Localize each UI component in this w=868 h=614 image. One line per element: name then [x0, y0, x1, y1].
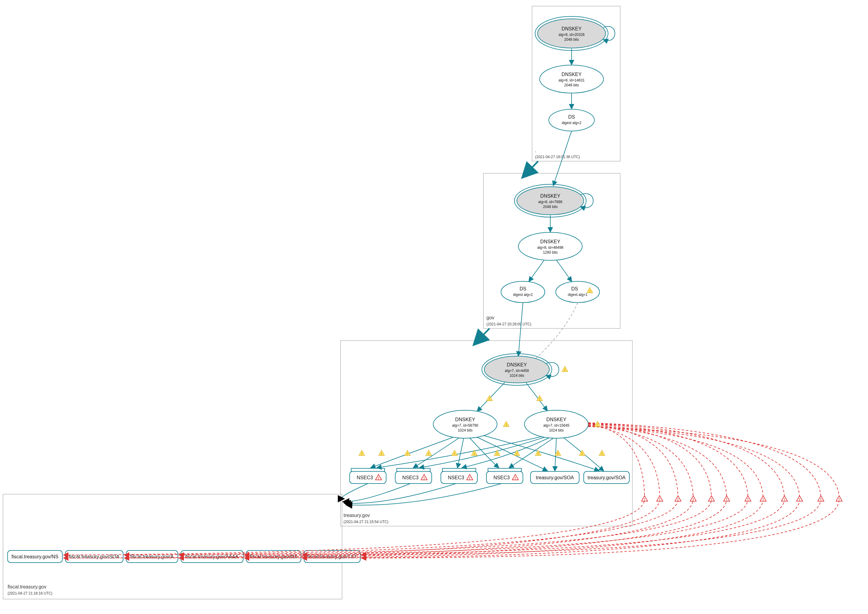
svg-rect-49	[488, 468, 521, 471]
fiscal-soa[interactable]: fiscal.treasury.gov/SOA	[65, 550, 123, 563]
dnssec-graph: . (2021-04-27 18:01:36 UTC) gov (2021-04…	[0, 0, 868, 614]
svg-text:!: !	[454, 452, 455, 456]
svg-text:!: !	[659, 498, 660, 502]
zone-treasury-label: treasury.gov	[344, 513, 370, 518]
svg-text:alg=7, id=4458: alg=7, id=4458	[505, 369, 529, 373]
svg-text:!: !	[515, 476, 516, 481]
svg-text:treasury.gov/SOA: treasury.gov/SOA	[536, 475, 574, 480]
gov-ds1[interactable]: DS digest alg=2	[501, 281, 545, 302]
svg-text:treasury.gov/SOA: treasury.gov/SOA	[587, 475, 625, 480]
svg-text:alg=7, id=58790: alg=7, id=58790	[452, 423, 478, 428]
svg-text:!: !	[539, 397, 540, 402]
svg-text:!: !	[407, 452, 408, 456]
nsec3-3[interactable]: NSEC3	[441, 468, 477, 484]
svg-text:digest alg=2: digest alg=2	[561, 121, 581, 125]
svg-text:digest alg=1: digest alg=1	[567, 293, 587, 297]
svg-text:!: !	[644, 498, 645, 502]
svg-text:1280 bits: 1280 bits	[543, 250, 558, 254]
warn-icon: !	[535, 450, 541, 456]
svg-text:NSEC3: NSEC3	[402, 475, 418, 480]
soa-2[interactable]: treasury.gov/SOA	[584, 471, 629, 484]
warn-icon: !	[451, 450, 457, 456]
warn-icon: !	[594, 421, 600, 427]
error-icon: !	[818, 496, 824, 502]
svg-text:!: !	[601, 452, 603, 456]
error-icon: !	[708, 496, 715, 502]
svg-text:1024 bits: 1024 bits	[510, 374, 524, 378]
svg-text:!: !	[469, 476, 470, 481]
svg-text:!: !	[747, 498, 749, 502]
svg-text:!: !	[474, 452, 475, 456]
svg-text:!: !	[564, 368, 566, 372]
svg-text:!: !	[505, 423, 507, 427]
error-icon: !	[642, 496, 648, 502]
svg-text:alg=8, id=20326: alg=8, id=20326	[558, 33, 584, 37]
svg-text:!: !	[378, 476, 379, 481]
svg-text:NSEC3: NSEC3	[493, 475, 510, 480]
svg-text:!: !	[677, 498, 679, 502]
zone-gov-ts: (2021-04-27 20:28:09 UTC)	[487, 322, 531, 326]
gov-ksk[interactable]: DNSKEY alg=8, id=7698 2048 bits	[515, 184, 586, 217]
warn-icon: !	[514, 450, 520, 456]
gov-zsk[interactable]: DNSKEY alg=8, id=48498 1280 bits	[518, 233, 582, 260]
fiscal-ns[interactable]: fiscal.treasury.gov/NS	[8, 550, 62, 563]
soa-1[interactable]: treasury.gov/SOA	[530, 471, 579, 484]
fiscal-a[interactable]: fiscal.treasury.gov/A	[126, 550, 178, 563]
error-icon: !	[724, 496, 730, 502]
svg-rect-43	[397, 468, 430, 471]
svg-text:!: !	[597, 423, 598, 427]
error-icon: !	[745, 496, 751, 502]
warn-icon: !	[359, 450, 365, 456]
svg-text:NSEC3: NSEC3	[448, 475, 464, 480]
fiscal-aaaa[interactable]: fiscal.treasury.gov/AAAA	[181, 550, 243, 563]
svg-text:!: !	[711, 498, 712, 502]
zone-fiscal	[3, 494, 342, 599]
nsec3-4[interactable]: NSEC3	[487, 468, 523, 484]
svg-text:2048 bits: 2048 bits	[543, 205, 558, 209]
svg-rect-40	[351, 468, 384, 471]
nsec3-2[interactable]: NSEC3	[395, 468, 432, 484]
svg-text:!: !	[763, 498, 764, 502]
zone-fiscal-label: fiscal.treasury.gov	[8, 584, 46, 589]
error-icon: !	[657, 496, 663, 502]
svg-text:DS: DS	[519, 286, 526, 291]
warn-icon: !	[378, 450, 384, 456]
warn-icon: !	[494, 450, 500, 456]
gov-ds2[interactable]: DS digest alg=1	[556, 281, 600, 302]
svg-text:!: !	[516, 452, 518, 456]
error-icon: !	[675, 496, 681, 502]
zone-fiscal-ts: (2021-04-27 21:18:16 UTC)	[8, 591, 52, 595]
nsec3-1[interactable]: NSEC3	[350, 468, 386, 484]
svg-text:digest alg=2: digest alg=2	[513, 293, 533, 297]
svg-text:!: !	[820, 498, 822, 502]
svg-text:!: !	[581, 452, 583, 456]
svg-text:!: !	[557, 452, 558, 456]
root-ds[interactable]: DS digest alg=2	[549, 109, 594, 131]
svg-point-9	[549, 109, 594, 131]
svg-text:!: !	[381, 452, 382, 456]
svg-text:alg=8, id=14631: alg=8, id=14631	[558, 78, 584, 82]
svg-rect-46	[442, 468, 476, 471]
zone-root-label: .	[535, 148, 536, 153]
treasury-zsk1[interactable]: DNSKEY alg=7, id=58790 1024 bits	[433, 410, 497, 438]
warn-icon: !	[503, 421, 509, 427]
zone-gov-label: gov	[487, 315, 494, 320]
treasury-ksk[interactable]: DNSKEY alg=7, id=4458 1024 bits	[482, 354, 552, 385]
error-icon: !	[760, 496, 766, 502]
warn-icon: !	[536, 395, 543, 402]
svg-text:DNSKEY: DNSKEY	[507, 362, 527, 367]
root-zsk[interactable]: DNSKEY alg=8, id=14631 2048 bits	[539, 65, 603, 93]
root-ksk[interactable]: DNSKEY alg=8, id=20326 2048 bits	[535, 16, 608, 51]
svg-text:!: !	[423, 476, 425, 481]
zone-root-ts: (2021-04-27 18:01:36 UTC)	[535, 155, 580, 159]
svg-text:alg=8, id=7698: alg=8, id=7698	[538, 200, 563, 204]
error-icon: !	[781, 496, 787, 502]
svg-text:fiscal.treasury.gov/NS: fiscal.treasury.gov/NS	[12, 554, 58, 559]
warn-icon: !	[471, 450, 477, 456]
svg-text:alg=8, id=48498: alg=8, id=48498	[537, 245, 563, 250]
svg-text:!: !	[361, 452, 363, 456]
svg-point-24	[556, 281, 600, 302]
svg-text:2048 bits: 2048 bits	[564, 83, 579, 87]
treasury-zsk2[interactable]: DNSKEY alg=7, id=15645 1024 bits	[524, 410, 588, 438]
warn-icons: ! ! ! ! ! ! ! ! ! ! ! ! ! ! ! ! ! ! ! ! …	[359, 287, 842, 502]
